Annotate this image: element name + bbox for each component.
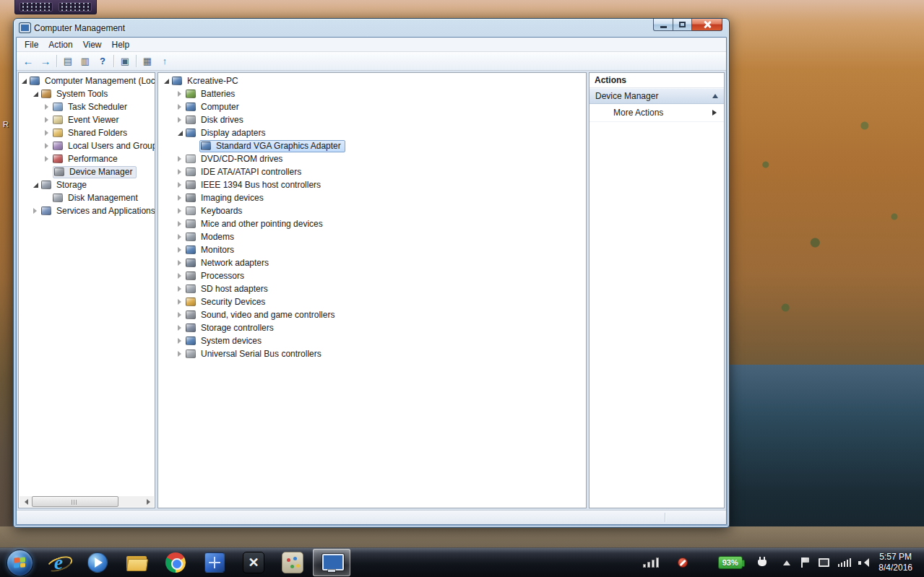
menu-file[interactable]: File [20, 38, 43, 51]
scroll-right-button[interactable] [143, 496, 154, 507]
device-tree-item-universal-serial-bus-controllers[interactable]: Universal Serial Bus controllers [158, 347, 586, 360]
expander-collapsed-icon[interactable] [176, 311, 184, 319]
start-button[interactable] [0, 548, 39, 577]
battery-status-badge[interactable]: 93% [718, 556, 743, 569]
maximize-button[interactable] [673, 19, 692, 31]
device-tree-item-standard-vga-graphics-adapter[interactable]: Standard VGA Graphics Adapter [158, 139, 586, 152]
expander-collapsed-icon[interactable] [176, 116, 184, 124]
device-tree-item-network-adapters[interactable]: Network adapters [158, 256, 586, 269]
console-tree-item-local-users-and-groups[interactable]: Local Users and Groups [19, 139, 155, 152]
console-tree-item-services-and-applications[interactable]: Services and Applications [19, 204, 155, 217]
console-tree-item-system-tools[interactable]: System Tools [19, 87, 155, 100]
menu-help[interactable]: Help [107, 38, 135, 51]
console-tree-item-storage[interactable]: Storage [19, 178, 155, 191]
expander-collapsed-icon[interactable] [176, 350, 184, 358]
console-tree-item-device-manager[interactable]: Device Manager [19, 165, 155, 178]
action-center-flag-icon[interactable] [800, 558, 810, 568]
volume-tray-icon[interactable] [858, 558, 868, 568]
console-tree-item-computer-management-local[interactable]: Computer Management (Local [19, 74, 155, 87]
expander-collapsed-icon[interactable] [176, 90, 184, 98]
expander-collapsed-icon[interactable] [176, 233, 184, 241]
expander-collapsed-icon[interactable] [176, 272, 184, 280]
expander-collapsed-icon[interactable] [43, 155, 51, 163]
menu-view[interactable]: View [78, 38, 107, 51]
horizontal-scrollbar[interactable] [20, 496, 154, 507]
update-driver-button[interactable]: ↑ [156, 53, 173, 69]
expander-collapsed-icon[interactable] [176, 246, 184, 254]
expander-collapsed-icon[interactable] [176, 181, 184, 189]
titlebar[interactable]: Computer Management [16, 19, 727, 37]
expander-collapsed-icon[interactable] [176, 298, 184, 306]
expander-expanded-icon[interactable] [176, 129, 184, 137]
expander-collapsed-icon[interactable] [176, 207, 184, 215]
menu-action[interactable]: Action [43, 38, 77, 51]
signal-strength-icon[interactable] [643, 558, 659, 568]
expander-collapsed-icon[interactable] [176, 220, 184, 228]
expander-collapsed-icon[interactable] [176, 103, 184, 111]
minimize-button[interactable] [653, 19, 673, 31]
device-tree-item-storage-controllers[interactable]: Storage controllers [158, 321, 586, 334]
device-tree-item-sound-video-and-game-controllers[interactable]: Sound, video and game controllers [158, 308, 586, 321]
console-tree-item-performance[interactable]: Performance [19, 152, 155, 165]
expander-collapsed-icon[interactable] [176, 259, 184, 267]
device-tree-item-keyboards[interactable]: Keyboards [158, 204, 586, 217]
expander-expanded-icon[interactable] [32, 90, 40, 98]
expander-expanded-icon[interactable] [20, 77, 28, 85]
console-tree-item-event-viewer[interactable]: Event Viewer [19, 113, 155, 126]
back-button[interactable]: ← [20, 53, 37, 69]
device-tree-item-sd-host-adapters[interactable]: SD host adapters [158, 282, 586, 295]
scroll-left-button[interactable] [20, 496, 30, 507]
console-tree-item-task-scheduler[interactable]: Task Scheduler [19, 100, 155, 113]
expander-collapsed-icon[interactable] [176, 324, 184, 332]
device-tree-item-display-adapters[interactable]: Display adapters [158, 126, 586, 139]
scan-for-hardware-changes-button[interactable]: ▣ [116, 53, 134, 69]
expander-collapsed-icon[interactable] [176, 168, 184, 176]
expander-collapsed-icon[interactable] [43, 116, 51, 124]
show-hide-console-tree-button[interactable]: ▤ [59, 53, 77, 69]
sync-blocked-status-icon[interactable] [678, 558, 688, 568]
expander-collapsed-icon[interactable] [43, 129, 51, 137]
expander-collapsed-icon[interactable] [176, 285, 184, 293]
taskbar-app-windows-media-player[interactable] [79, 549, 116, 576]
device-tree-item-batteries[interactable]: Batteries [158, 87, 586, 100]
device-tree-item-system-devices[interactable]: System devices [158, 334, 586, 347]
expander-collapsed-icon[interactable] [176, 337, 184, 345]
device-tree-item-monitors[interactable]: Monitors [158, 243, 586, 256]
device-tree-item-disk-drives[interactable]: Disk drives [158, 113, 586, 126]
show-hidden-icons-icon[interactable] [783, 557, 790, 565]
power-plug-icon[interactable] [757, 557, 767, 568]
network-tray-icon[interactable] [838, 558, 852, 567]
expander-expanded-icon[interactable] [32, 181, 40, 189]
forward-button[interactable]: → [37, 53, 54, 69]
expander-collapsed-icon[interactable] [176, 155, 184, 163]
taskbar-app-internet-explorer[interactable]: e [40, 549, 77, 576]
more-actions-item[interactable]: More Actions [590, 104, 724, 122]
expander-collapsed-icon[interactable] [43, 142, 51, 150]
properties-button[interactable]: ▦ [139, 53, 156, 69]
taskbar-app-paint-palette-app[interactable] [274, 549, 311, 576]
taskbar-app-windows-explorer[interactable] [118, 549, 155, 576]
collapse-section-icon[interactable] [712, 91, 718, 98]
device-tree-item-ide-ata-atapi-controllers[interactable]: IDE ATA/ATAPI controllers [158, 165, 586, 178]
device-tree-item-mice-and-other-pointing-devices[interactable]: Mice and other pointing devices [158, 217, 586, 230]
device-tree-item-kcreative-pc[interactable]: Kcreative-PC [158, 74, 586, 87]
expander-collapsed-icon[interactable] [32, 207, 40, 215]
actions-section-device-manager[interactable]: Device Manager [590, 88, 724, 104]
taskbar-app-x-logo-app[interactable]: ✕ [235, 549, 272, 576]
taskbar-app-computer-management[interactable] [313, 549, 350, 576]
expander-collapsed-icon[interactable] [43, 103, 51, 111]
expander-collapsed-icon[interactable] [176, 194, 184, 202]
close-button[interactable] [692, 19, 722, 31]
device-tree-item-imaging-devices[interactable]: Imaging devices [158, 191, 586, 204]
taskbar-app-google-chrome[interactable] [157, 549, 194, 576]
taskbar-app-blue-tiles-app[interactable] [196, 549, 233, 576]
device-tree-item-processors[interactable]: Processors [158, 269, 586, 282]
device-tree-item-security-devices[interactable]: Security Devices [158, 295, 586, 308]
console-tree-item-disk-management[interactable]: Disk Management [19, 191, 155, 204]
display-tray-icon[interactable] [819, 558, 829, 567]
export-list-button[interactable]: ▥ [77, 53, 94, 69]
tray-clock[interactable]: 5:57 PM 8/4/2016 [873, 552, 921, 573]
device-tree-item-modems[interactable]: Modems [158, 230, 586, 243]
device-tree-item-ieee-1394-bus-host-controllers[interactable]: IEEE 1394 Bus host controllers [158, 178, 586, 191]
help-button[interactable]: ? [94, 53, 111, 69]
